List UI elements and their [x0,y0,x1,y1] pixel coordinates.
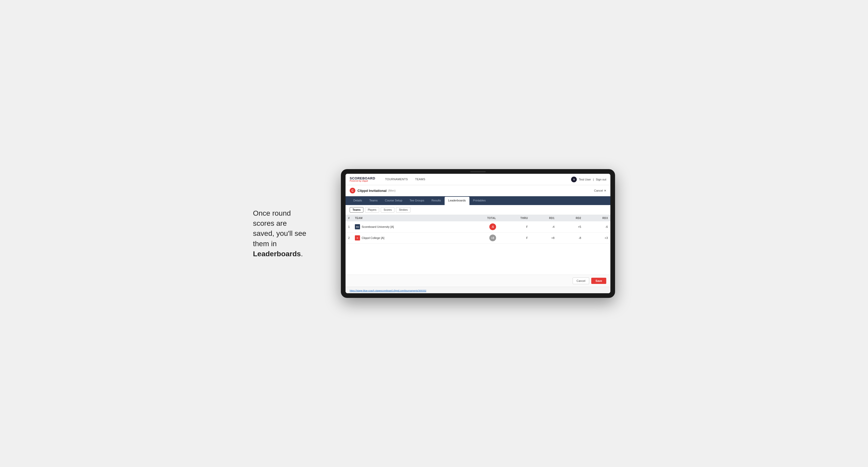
user-name: Test User [579,178,591,181]
rd2-cell: -8 [557,232,584,244]
tab-tee-groups[interactable]: Tee Groups [406,196,428,205]
filter-teams[interactable]: Teams [350,207,363,213]
url-link[interactable]: https://stage-blue-coach.stagescoreboard… [350,289,426,292]
filter-strokes[interactable]: Strokes [396,207,410,213]
table-row: 1 SU Scoreboard University [A] -5 F -4 +… [345,221,610,232]
save-button[interactable]: Save [591,278,606,284]
col-rd3: RD3 [584,215,610,221]
total-cell: -5 [464,221,499,232]
desc-line4: them in [253,240,277,248]
col-rd1: RD1 [530,215,557,221]
thru-cell: F [499,221,530,232]
nav-teams[interactable]: TEAMS [411,174,429,185]
tab-results[interactable]: Results [428,196,444,205]
rd1-cell: +8 [530,232,557,244]
col-team: TEAM [352,215,464,221]
tab-details[interactable]: Details [350,196,366,205]
filter-row: Teams Players Scores Strokes [345,205,610,215]
table-header-row: # TEAM TOTAL THRU RD1 RD2 RD3 [345,215,610,221]
thru-cell: F [499,232,530,244]
logo-sub: Powered by clippd [350,180,375,182]
table-row: 2 C Clippd College [A] +3 F +8 -8 +3 [345,232,610,244]
desc-line1: Once round [253,209,291,217]
desc-line5-bold: Leaderboards [253,250,301,258]
url-bar: https://stage-blue-coach.stagescoreboard… [345,287,610,293]
cancel-button[interactable]: Cancel [572,277,589,284]
rank-cell: 2 [345,232,352,244]
tab-teams[interactable]: Teams [366,196,381,205]
filter-scores[interactable]: Scores [381,207,395,213]
team-name: Scoreboard University [A] [362,225,394,228]
filter-players[interactable]: Players [365,207,379,213]
table-empty-space [345,244,610,275]
logo: SCOREBOARD Powered by clippd [350,177,375,182]
desc-line3: saved, you'll see [253,229,306,238]
sub-tabs: Details Teams Course Setup Tee Groups Re… [345,196,610,205]
separator: | [593,178,594,181]
tab-leaderboards[interactable]: Leaderboards [444,197,469,205]
team-name-cell: SU Scoreboard University [A] [352,221,464,232]
rd1-cell: -4 [530,221,557,232]
footer-bar: Cancel Save [345,275,610,287]
col-total: TOTAL [464,215,499,221]
col-rd2: RD2 [557,215,584,221]
avatar: S [571,177,577,182]
team-name-cell: C Clippd College [A] [352,232,464,244]
left-description: Once round scores are saved, you'll see … [253,208,326,259]
logo-sub-brand: clippd [362,180,368,182]
tournament-title: Clippd Invitational [358,189,387,193]
nav-tournaments[interactable]: TOURNAMENTS [381,174,411,185]
nav-right: S Test User | Sign out [571,177,606,182]
nav-links: TOURNAMENTS TEAMS [381,174,565,185]
rd3-cell: -6 [584,221,610,232]
tournament-icon: C [350,188,355,193]
desc-line2: scores are [253,219,287,227]
rank-cell: 1 [345,221,352,232]
tab-course-setup[interactable]: Course Setup [381,196,406,205]
logo-sub-prefix: Powered by [350,180,362,182]
team-name: Clippd College [A] [362,236,384,240]
cancel-x-button[interactable]: Cancel ✕ [594,189,606,192]
score-badge: -5 [489,223,496,230]
team-logo: C [355,235,360,241]
cancel-label: Cancel [594,189,603,192]
sign-out-link[interactable]: Sign out [596,178,606,181]
tournament-subtitle: (Men) [388,189,396,192]
total-cell: +3 [464,232,499,244]
close-icon: ✕ [604,189,606,192]
top-nav: SCOREBOARD Powered by clippd TOURNAMENTS… [345,174,610,185]
rd2-cell: +5 [557,221,584,232]
tab-printables[interactable]: Printables [469,196,489,205]
col-thru: THRU [499,215,530,221]
tablet-frame: SCOREBOARD Powered by clippd TOURNAMENTS… [341,169,615,298]
leaderboard-table: # TEAM TOTAL THRU RD1 RD2 RD3 1 SU Score… [345,215,610,244]
tournament-header: C Clippd Invitational (Men) Cancel ✕ [345,185,610,196]
col-rank: # [345,215,352,221]
score-badge: +3 [489,235,496,241]
desc-line5-end: . [301,250,303,258]
team-logo: SU [355,224,360,229]
tablet-screen: SCOREBOARD Powered by clippd TOURNAMENTS… [345,174,610,293]
rd3-cell: +3 [584,232,610,244]
